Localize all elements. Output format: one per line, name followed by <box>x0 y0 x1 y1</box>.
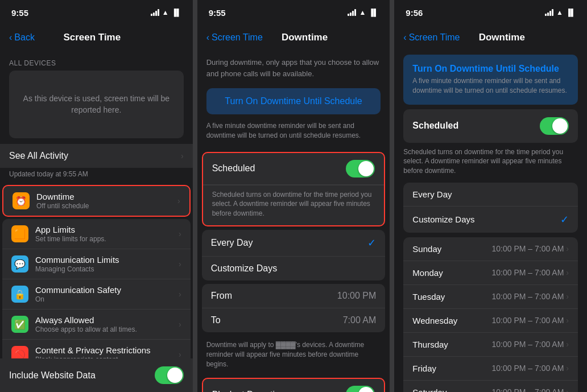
battery-icon-2: ▐▌ <box>369 9 378 16</box>
turn-on-downtime-btn-3[interactable]: Turn On Downtime Until Schedule A five m… <box>403 55 578 105</box>
include-website-toggle[interactable] <box>155 366 184 384</box>
comm-safety-subtitle: On <box>35 295 179 303</box>
wednesday-chevron: › <box>566 316 569 325</box>
app-limits-subtitle: Set time limits for apps. <box>35 235 179 243</box>
comm-safety-text: Communication Safety On <box>35 285 179 303</box>
from-row[interactable]: From 10:00 PM <box>202 284 386 308</box>
downtime-icon: ⏰ <box>13 192 30 209</box>
menu-item-comm-safety[interactable]: 🔒 Communication Safety On › <box>2 279 191 310</box>
time-range-card: From 10:00 PM To 7:00 AM <box>202 284 386 332</box>
section-label-all-devices: ALL DEVICES <box>0 50 193 71</box>
thursday-label: Thursday <box>412 340 448 349</box>
sunday-row[interactable]: Sunday 10:00 PM – 7:00 AM › <box>403 237 578 261</box>
content-privacy-title: Content & Privacy Restrictions <box>35 345 179 355</box>
to-row[interactable]: To 7:00 AM <box>202 308 386 332</box>
menu-item-comm-limits[interactable]: 💬 Communication Limits Managing Contacts… <box>2 249 191 279</box>
comm-limits-icon: 💬 <box>11 255 28 273</box>
tuesday-chevron: › <box>566 292 569 301</box>
friday-value-wrap: 10:00 PM – 7:00 AM › <box>491 364 569 373</box>
scheduled-desc-3: Scheduled turns on downtime for the time… <box>394 144 587 181</box>
bar2 <box>153 13 155 16</box>
menu-item-downtime-inner[interactable]: ⏰ Downtime Off until schedule › <box>3 186 189 216</box>
updated-text: Updated today at 9:55 AM <box>0 168 193 183</box>
bar2c <box>547 13 549 16</box>
tuesday-row[interactable]: Tuesday 10:00 PM – 7:00 AM › <box>403 285 578 309</box>
scheduled-toggle[interactable] <box>346 160 375 178</box>
always-allowed-text: Always Allowed Choose apps to allow at a… <box>35 315 179 333</box>
scheduled-label-3: Scheduled <box>412 121 458 131</box>
to-value: 7:00 AM <box>343 315 377 325</box>
day-selection-card: Every Day ✓ Customize Days <box>202 230 386 280</box>
bar3 <box>155 11 157 16</box>
signal-bars-1 <box>151 9 159 16</box>
block-toggle[interactable] <box>346 386 375 392</box>
every-day-row-3[interactable]: Every Day <box>403 183 578 207</box>
comm-safety-title: Communication Safety <box>35 285 179 295</box>
sunday-value-wrap: 10:00 PM – 7:00 AM › <box>491 244 569 253</box>
monday-value: 10:00 PM – 7:00 AM <box>491 268 564 277</box>
signal-bars-2 <box>348 9 356 16</box>
every-day-row[interactable]: Every Day ✓ <box>202 230 386 257</box>
activity-preview: As this device is used, screen time will… <box>9 71 184 138</box>
scheduled-toggle-knob <box>358 161 374 176</box>
thursday-row[interactable]: Thursday 10:00 PM – 7:00 AM › <box>403 333 578 357</box>
every-day-label-3: Every Day <box>412 189 452 199</box>
apply-note: Downtime will apply to ▓▓▓▓'s devices. A… <box>197 336 390 376</box>
always-allowed-chevron: › <box>179 320 181 329</box>
saturday-label: Saturday <box>412 387 447 392</box>
comm-limits-text: Communication Limits Managing Contacts <box>35 255 179 273</box>
panel-downtime-customize: 9:56 ▲ ▐▌ ‹ Screen Time Downtime Turn On… <box>394 0 587 392</box>
bar4b <box>354 9 356 16</box>
comm-limits-subtitle: Managing Contacts <box>35 265 179 273</box>
comm-safety-chevron: › <box>179 290 181 299</box>
downtime-info-text: During downtime, only apps that you choo… <box>197 50 390 88</box>
wednesday-label: Wednesday <box>412 316 457 325</box>
sunday-chevron: › <box>566 244 569 253</box>
every-day-label: Every Day <box>211 238 253 248</box>
see-all-button[interactable]: See All Activity › <box>0 144 193 168</box>
menu-item-always-allowed[interactable]: ✅ Always Allowed Choose apps to allow at… <box>2 310 191 340</box>
app-limits-title: App Limits <box>35 225 179 234</box>
wednesday-row[interactable]: Wednesday 10:00 PM – 7:00 AM › <box>403 309 578 333</box>
battery-icon: ▐▌ <box>172 9 181 16</box>
bar4c <box>552 9 553 16</box>
monday-row[interactable]: Monday 10:00 PM – 7:00 AM › <box>403 261 578 285</box>
saturday-row[interactable]: Saturday 10:00 PM – 7:00 AM › <box>403 381 578 392</box>
comm-limits-chevron: › <box>179 259 181 269</box>
turn-on-downtime-btn[interactable]: Turn On Downtime Until Schedule <box>206 88 381 114</box>
status-bar-2: 9:55 ▲ ▐▌ <box>197 0 390 25</box>
from-label: From <box>211 291 232 301</box>
thursday-value: 10:00 PM – 7:00 AM <box>491 340 564 349</box>
friday-row[interactable]: Friday 10:00 PM – 7:00 AM › <box>403 357 578 381</box>
block-downtime-row[interactable]: Block at Downtime <box>203 379 385 392</box>
block-toggle-knob <box>358 387 374 392</box>
scheduled-toggle-3[interactable] <box>540 117 569 135</box>
panel-downtime: 9:55 ▲ ▐▌ ‹ Screen Time Downtime During … <box>197 0 390 392</box>
customize-days-row[interactable]: Customize Days <box>202 257 386 280</box>
scheduled-label: Scheduled <box>212 163 255 174</box>
toggle-knob <box>167 368 183 383</box>
scroll-content-1: ALL DEVICES As this device is used, scre… <box>0 50 193 358</box>
menu-item-downtime[interactable]: ⏰ Downtime Off until schedule › <box>2 185 191 217</box>
wednesday-value-wrap: 10:00 PM – 7:00 AM › <box>491 316 569 325</box>
customize-days-label-3: Customize Days <box>412 214 474 224</box>
scheduled-row[interactable]: Scheduled <box>203 153 385 185</box>
panel-screen-time: 9:55 ▲ ▐▌ ‹ Back Screen Time ALL DEVICES… <box>0 0 193 392</box>
customize-days-row-3[interactable]: Customize Days ✓ <box>403 207 578 233</box>
menu-item-app-limits[interactable]: 🟧 App Limits Set time limits for apps. › <box>2 219 191 249</box>
time-3: 9:56 <box>406 8 423 18</box>
status-icons-2: ▲ ▐▌ <box>348 9 378 16</box>
monday-label: Monday <box>412 268 443 278</box>
thursday-chevron: › <box>566 340 569 349</box>
customize-days-check: ✓ <box>560 213 569 226</box>
menu-item-content-privacy[interactable]: 🚫 Content & Privacy Restrictions Block i… <box>2 340 191 358</box>
customize-days-label: Customize Days <box>211 263 277 274</box>
panel-divider-2 <box>390 0 394 392</box>
tuesday-label: Tuesday <box>412 292 445 302</box>
nav-title-3: Downtime <box>425 32 578 43</box>
block-label: Block at Downtime <box>212 390 288 392</box>
scheduled-row-3[interactable]: Scheduled <box>403 109 578 143</box>
days-list-card: Sunday 10:00 PM – 7:00 AM › Monday 10:00… <box>403 237 578 392</box>
time-1: 9:55 <box>11 8 28 18</box>
bar3c <box>549 11 551 16</box>
